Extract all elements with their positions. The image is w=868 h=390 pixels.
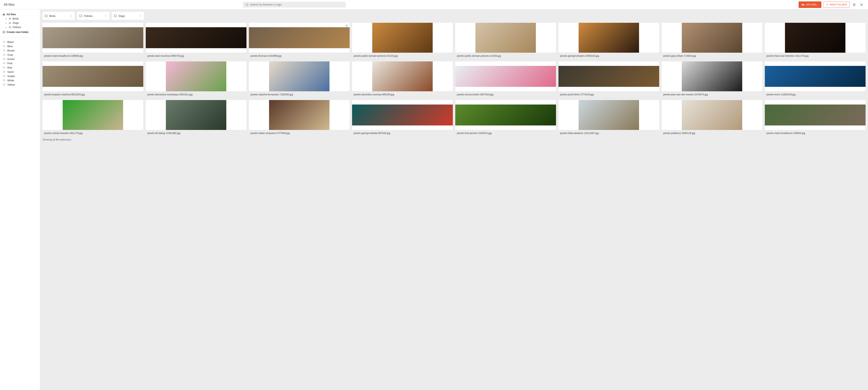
folder-icon xyxy=(8,17,11,20)
file-name: pexels-mark-broadhurst-105804.jpg xyxy=(765,130,866,136)
tree-folder[interactable]: ▸Felines xyxy=(2,25,37,29)
folder-more-button[interactable] xyxy=(70,14,73,17)
file-card[interactable]: pexels-jozef-fehér-2774140.jpg xyxy=(558,61,659,98)
file-card[interactable]: pexels-simona-kidrič-2607544.jpg xyxy=(455,61,556,98)
tree-folder-label: Felines xyxy=(12,26,21,29)
file-card[interactable]: pexels-dani-muchow-2955703.jpg xyxy=(146,23,246,59)
folder-card[interactable]: Felines xyxy=(77,12,109,20)
file-name: pexels-pratikxox-3365129.jpg xyxy=(662,130,763,136)
tag-item[interactable]: Brown xyxy=(2,48,37,53)
gear-icon xyxy=(345,24,348,27)
file-name: pexels-heba-alwahsh-12011987.jpg xyxy=(558,130,659,136)
file-card[interactable]: pexels-public-domain-pictures-41315.jpg xyxy=(352,23,453,59)
tag-item[interactable]: Gray xyxy=(2,53,37,57)
tag-label: White xyxy=(7,79,14,82)
file-card[interactable]: pexels-lone-jensen-2156310.jpg xyxy=(455,100,556,136)
svg-point-16 xyxy=(105,15,106,16)
file-name: pexels-natasha-fernandez-7338356.jpg xyxy=(249,91,350,98)
file-name: pexels-public-domain-pictures-41315.jpg xyxy=(352,53,453,59)
file-name: pexels-gary-whyte-724626.jpg xyxy=(662,53,763,59)
svg-point-14 xyxy=(71,17,71,17)
tree-root[interactable]: All files xyxy=(2,12,37,17)
file-card[interactable]: pexels-public-domain-pictures-41294.jpg xyxy=(455,23,556,59)
svg-point-15 xyxy=(105,15,106,15)
tree-folder[interactable]: ▸Dogs xyxy=(2,21,37,25)
file-card[interactable]: pexels-mark-broadhurst-105804.jpg xyxy=(765,100,866,136)
tag-label: Blue xyxy=(7,45,12,48)
create-folder-button[interactable]: Create new folder xyxy=(2,29,37,36)
tree-folder[interactable]: ▸Birds xyxy=(2,17,37,21)
file-card[interactable]: pexels-frans-van-heerden-1912176.jpg xyxy=(765,23,866,59)
upload-label: UPLOAD... xyxy=(806,3,819,6)
search-input[interactable] xyxy=(249,2,343,7)
caret-icon: ▸ xyxy=(6,22,7,24)
folder-icon xyxy=(79,14,83,18)
file-card[interactable]: pexels-inchs-11608139.jpg xyxy=(765,61,866,98)
file-card[interactable]: pexels-dominika-roseclay-895259.jpg xyxy=(352,61,453,98)
folder-icon xyxy=(114,14,117,18)
file-name: pexels-brayden-stanford-8521834.jpg xyxy=(42,91,143,98)
close-icon xyxy=(860,3,863,6)
list-view-button[interactable] xyxy=(851,2,857,7)
upload-button[interactable]: UPLOAD... xyxy=(799,1,822,8)
file-name: pexels-thomas-b-814898.jpg xyxy=(249,53,350,59)
file-card[interactable]: pexels-till-daling-12461880.jpg xyxy=(146,100,246,136)
file-thumbnail xyxy=(765,61,866,91)
file-card[interactable]: pexels-jean-van-der-meulen-2078474.jpg xyxy=(662,61,763,98)
search-icon xyxy=(245,3,249,6)
search-bar[interactable] xyxy=(243,2,346,7)
file-thumbnail xyxy=(42,61,143,91)
folder-more-button[interactable] xyxy=(139,14,142,17)
file-thumbnail xyxy=(42,23,143,53)
folder-icon xyxy=(8,26,11,29)
folder-card-label: Birds xyxy=(50,14,56,18)
tag-item[interactable]: Blue xyxy=(2,44,37,48)
svg-point-13 xyxy=(71,15,71,16)
tag-icon xyxy=(3,49,6,52)
folder-card[interactable]: Dogs xyxy=(112,12,144,20)
tag-item[interactable]: Red xyxy=(2,65,37,70)
folder-icon xyxy=(8,22,11,24)
file-thumbnail xyxy=(765,100,866,130)
file-card[interactable]: pexels-alexandra-novitskaya-2951921.jpg xyxy=(146,61,246,98)
tag-item[interactable]: Yellow xyxy=(2,83,37,87)
file-name: pexels-jozef-fehér-2774140.jpg xyxy=(558,91,659,98)
file-name: pexels-lone-jensen-2156310.jpg xyxy=(455,130,556,136)
file-thumbnail xyxy=(558,100,659,130)
folder-more-button[interactable] xyxy=(104,14,107,17)
file-card[interactable]: pexels-brayden-stanford-8521834.jpg xyxy=(42,61,143,98)
file-card[interactable]: pexels-rafael-cerqueira-4737508.jpg xyxy=(249,100,350,136)
tag-item[interactable]: Black xyxy=(2,40,37,44)
tag-item[interactable]: Sand xyxy=(2,70,37,74)
file-card[interactable]: pexels-george-desipris-2055100.jpg xyxy=(558,23,659,59)
file-card[interactable]: pexels-thomas-b-814898.jpg xyxy=(249,23,350,59)
file-name: pexels-jean-van-der-meulen-2078474.jpg xyxy=(662,91,763,98)
file-card[interactable]: pexels-mark-broadhurst-106690.jpg xyxy=(42,23,143,59)
file-card[interactable]: pexels-roshan-kamath-1661179.jpg xyxy=(42,100,143,136)
svg-point-18 xyxy=(140,15,141,15)
file-card[interactable]: pexels-natasha-fernandez-7338356.jpg xyxy=(249,61,350,98)
close-button[interactable] xyxy=(859,2,864,7)
file-thumbnail xyxy=(352,100,453,130)
new-folder-button[interactable]: NEW FOLDER xyxy=(823,2,850,8)
tag-item[interactable]: Snake xyxy=(2,74,37,78)
file-thumbnail xyxy=(249,23,350,53)
tag-item[interactable]: White xyxy=(2,78,37,83)
file-card[interactable]: pexels-george-lebada-567540.jpg xyxy=(352,100,453,136)
footer-note: Showing all file extensions. xyxy=(42,136,866,141)
file-name: pexels-till-daling-12461880.jpg xyxy=(146,130,246,136)
tag-item[interactable]: Pink xyxy=(2,61,37,65)
tag-label: Green xyxy=(7,58,14,61)
file-card[interactable]: pexels-pratikxox-3365129.jpg xyxy=(662,100,763,136)
file-card[interactable]: pexels-gary-whyte-724626.jpg xyxy=(662,23,763,59)
file-thumbnail xyxy=(146,61,246,91)
file-card[interactable]: pexels-heba-alwahsh-12011987.jpg xyxy=(558,100,659,136)
file-name: pexels-roshan-kamath-1661179.jpg xyxy=(42,130,143,136)
file-thumbnail xyxy=(455,61,556,91)
file-thumbnail xyxy=(249,61,350,91)
tag-item[interactable]: Green xyxy=(2,57,37,61)
svg-point-17 xyxy=(105,17,106,17)
file-thumbnail xyxy=(352,61,453,91)
folder-card[interactable]: Birds xyxy=(42,12,75,20)
tag-icon xyxy=(3,58,6,61)
